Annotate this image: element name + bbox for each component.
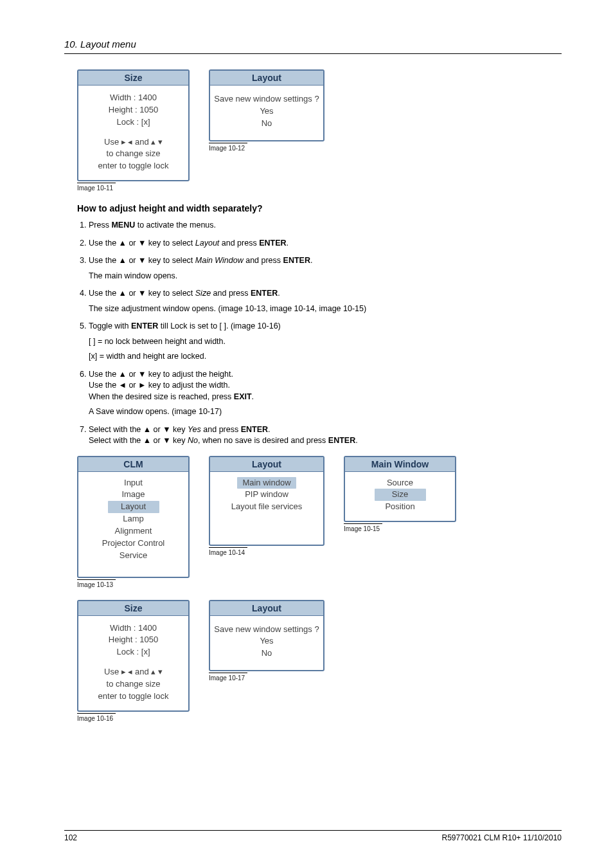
size-hint-line: Use ▸ ◂ and ▴ ▾ — [82, 136, 184, 149]
menu-item: Position — [349, 501, 451, 513]
size-width-value: Width : 1400 — [82, 92, 184, 104]
main-window-panel: Main Window Source Size Position — [344, 456, 456, 523]
save-yes: Yes — [211, 635, 322, 647]
size-window-title: Size — [78, 601, 188, 616]
image-caption: Image 10-13 — [77, 579, 116, 588]
clm-window: CLM Input Image Layout Lamp Alignment Pr… — [77, 456, 190, 578]
size-hint-line: to change size — [82, 148, 184, 160]
header-divider — [64, 53, 562, 54]
image-caption: Image 10-14 — [209, 547, 247, 556]
step-item: Use the ▲ or ▼ key to adjust the height.… — [89, 369, 562, 418]
layout-menu-title: Layout — [210, 457, 323, 472]
size-lock-value: Lock : [x] — [82, 646, 184, 658]
size-hint-line: enter to toggle lock — [82, 160, 184, 172]
size-window: Size Width : 1400 Height : 1050 Lock : [… — [77, 69, 190, 181]
size-lock-value: Lock : [x] — [82, 116, 184, 129]
page-footer: 102 R59770021 CLM R10+ 11/10/2010 — [64, 830, 562, 842]
menu-item: Service — [82, 550, 184, 562]
size-width-value: Width : 1400 — [82, 622, 184, 635]
save-prompt: Save new window settings ? — [211, 624, 322, 636]
size-hint-line: to change size — [82, 678, 184, 691]
layout-menu-window: Layout Main window PIP window Layout fil… — [209, 456, 324, 546]
image-caption: Image 10-11 — [77, 183, 116, 192]
step-item: Toggle with ENTER till Lock is set to [ … — [89, 321, 562, 363]
save-no: No — [211, 118, 322, 130]
menu-item: Projector Control — [82, 538, 184, 550]
clm-window-title: CLM — [78, 457, 188, 472]
menu-item-selected: Layout — [108, 501, 159, 513]
size-hint-line: Use ▸ ◂ and ▴ ▾ — [82, 666, 184, 678]
step-item: Use the ▲ or ▼ key to select Layout and … — [89, 238, 562, 249]
size-window-title: Size — [78, 71, 188, 86]
step-item: Press MENU to activate the menus. — [89, 220, 562, 231]
menu-item-selected: Size — [375, 489, 426, 501]
image-caption: Image 10-15 — [344, 523, 382, 532]
menu-item: Lamp — [82, 513, 184, 525]
page-header: 10. Layout menu — [64, 39, 562, 50]
step-item: Select with the ▲ or ▼ key Yes and press… — [89, 424, 562, 447]
menu-item: Input — [82, 477, 184, 489]
menu-item: PIP window — [214, 489, 319, 501]
menu-item: Source — [349, 477, 451, 489]
save-yes: Yes — [211, 105, 322, 118]
layout-save-window: Layout Save new window settings ? Yes No — [209, 69, 324, 141]
size-window: Size Width : 1400 Height : 1050 Lock : [… — [77, 600, 190, 712]
save-no: No — [211, 647, 322, 660]
layout-save-title: Layout — [210, 71, 323, 86]
menu-item: Alignment — [82, 525, 184, 538]
size-height-value: Height : 1050 — [82, 104, 184, 116]
layout-save-title: Layout — [210, 601, 323, 616]
size-height-value: Height : 1050 — [82, 634, 184, 646]
save-prompt: Save new window settings ? — [211, 93, 322, 105]
section-heading: How to adjust height and width separatel… — [77, 203, 562, 213]
image-caption: Image 10-16 — [77, 713, 116, 722]
steps-list: Press MENU to activate the menus. Use th… — [77, 220, 562, 447]
image-caption: Image 10-12 — [209, 143, 247, 152]
size-hint-line: enter to toggle lock — [82, 691, 184, 703]
main-window-title: Main Window — [345, 457, 455, 472]
menu-item-selected: Main window — [237, 477, 296, 489]
menu-item: Image — [82, 489, 184, 501]
image-caption: Image 10-17 — [209, 673, 247, 682]
menu-item: Layout file services — [214, 501, 319, 513]
page-number: 102 — [64, 833, 77, 842]
step-item: Use the ▲ or ▼ key to select Main Window… — [89, 255, 562, 282]
step-item: Use the ▲ or ▼ key to select Size and pr… — [89, 288, 562, 314]
layout-save-window: Layout Save new window settings ? Yes No — [209, 600, 324, 672]
doc-reference: R59770021 CLM R10+ 11/10/2010 — [442, 833, 562, 842]
